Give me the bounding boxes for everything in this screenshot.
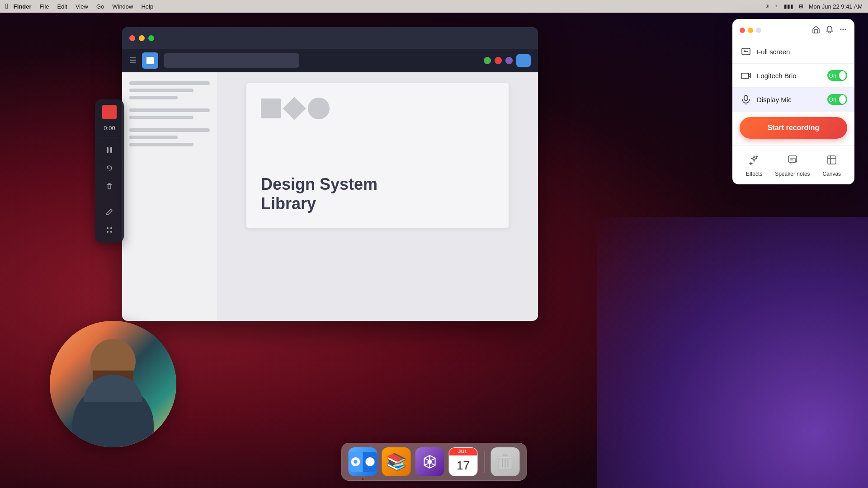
svg-rect-26	[744, 95, 748, 101]
panel-action-canvas[interactable]: Canvas	[822, 152, 841, 177]
menubar-app-name[interactable]: Finder	[14, 3, 32, 10]
toolbar-dot-purple	[505, 57, 513, 64]
recording-timer: 0:00	[104, 125, 115, 131]
calendar-month-label: JUL	[449, 448, 477, 455]
shape-circle	[308, 98, 330, 119]
dock-icon-calendar[interactable]: JUL 17	[449, 447, 478, 476]
svg-point-21	[845, 29, 846, 30]
svg-rect-32	[828, 156, 836, 164]
sidebar-group-3	[129, 128, 210, 146]
svg-point-6	[428, 460, 432, 464]
mic-toggle[interactable]: On	[827, 94, 847, 105]
sidebar-line	[129, 108, 210, 112]
menubar-right: ✳ ≈ ▮▮▮ ⊞ Mon Jun 22 9:41 AM	[765, 3, 863, 10]
panel-header-actions	[812, 25, 847, 35]
menubar-help[interactable]: Help	[141, 3, 153, 10]
undo-button[interactable]	[102, 161, 117, 175]
svg-point-5	[110, 231, 112, 233]
speaker-notes-label: Speaker notes	[775, 171, 810, 177]
svg-line-9	[425, 458, 428, 460]
pen-button[interactable]	[102, 205, 117, 219]
menubar-file[interactable]: File	[40, 3, 49, 10]
floating-toolbar: 0:00	[95, 99, 124, 243]
home-icon[interactable]	[812, 25, 820, 35]
menubar-window[interactable]: Window	[112, 3, 133, 10]
dock: 📚 JUL 17	[341, 443, 527, 481]
close-button[interactable]	[129, 35, 135, 41]
panel-action-speaker-notes[interactable]: Speaker notes	[775, 152, 810, 177]
recording-panel: Full screen Logitech Brio On Display Mic	[732, 19, 854, 184]
dock-icon-finder[interactable]	[349, 447, 377, 476]
full-screen-icon	[740, 45, 752, 58]
toolbar-dot-green	[484, 57, 491, 64]
sidebar-line	[129, 89, 193, 92]
svg-rect-0	[107, 147, 108, 153]
canvas-icon	[824, 152, 840, 168]
panel-minimize-button[interactable]	[748, 28, 753, 33]
brightness-icon: ✳	[765, 3, 770, 9]
slide-shapes	[261, 98, 330, 119]
panel-mic-item[interactable]: Display Mic On	[732, 88, 854, 112]
shape-diamond	[283, 97, 306, 120]
svg-line-12	[425, 464, 428, 465]
svg-point-2	[107, 227, 108, 229]
effects-button[interactable]	[102, 223, 117, 237]
sidebar-line	[129, 96, 178, 99]
more-options-icon[interactable]	[839, 25, 847, 35]
toolbar-divider	[100, 137, 118, 137]
svg-point-4	[107, 231, 108, 233]
slide-title-line1: Design System	[261, 175, 377, 193]
sidebar-group-1	[129, 81, 210, 99]
hamburger-menu-icon[interactable]: ☰	[129, 56, 137, 66]
sidebar-line	[129, 116, 193, 119]
menubar-go[interactable]: Go	[96, 3, 104, 10]
toolbar-search-bar[interactable]	[164, 53, 299, 68]
panel-close-button[interactable]	[740, 28, 745, 33]
effects-label: Effects	[746, 171, 762, 177]
sidebar-line	[129, 128, 210, 132]
window-sidebar	[122, 72, 217, 321]
camera-label: Logitech Brio	[757, 72, 827, 80]
full-screen-label: Full screen	[757, 48, 847, 56]
panel-camera-item[interactable]: Logitech Brio On	[732, 64, 854, 88]
camera-toggle-knob	[839, 71, 846, 80]
sidebar-line	[129, 136, 178, 139]
svg-point-20	[843, 29, 844, 30]
dock-active-indicator	[362, 478, 364, 480]
slide-title-line2: Library	[261, 194, 316, 213]
delete-button[interactable]	[102, 179, 117, 193]
pause-button[interactable]	[102, 143, 117, 157]
dock-icon-perplexity[interactable]	[415, 447, 444, 476]
panel-action-effects[interactable]: Effects	[746, 152, 762, 177]
menubar-view[interactable]: View	[75, 3, 88, 10]
stop-recording-button[interactable]	[102, 105, 117, 119]
slide-title: Design System Library	[261, 174, 377, 213]
menubar-edit[interactable]: Edit	[57, 3, 67, 10]
mic-toggle-label: On	[829, 96, 836, 103]
apple-menu-icon[interactable]: 	[5, 2, 8, 10]
bell-icon[interactable]	[826, 25, 834, 35]
sidebar-line	[129, 81, 210, 85]
shape-square	[261, 99, 281, 118]
sidebar-group-2	[129, 108, 210, 119]
dock-icon-trash[interactable]	[491, 447, 520, 476]
controlcenter-icon[interactable]: ⊞	[799, 3, 803, 9]
start-recording-button[interactable]: Start recording	[740, 117, 847, 139]
dock-icon-books[interactable]: 📚	[382, 447, 411, 476]
window-titlebar	[122, 27, 538, 49]
panel-zoom-button[interactable]	[756, 28, 761, 33]
camera-toggle[interactable]: On	[827, 70, 847, 81]
wifi-icon: ≈	[775, 3, 778, 9]
camera-toggle-label: On	[829, 72, 836, 79]
toolbar-action-button[interactable]	[516, 54, 531, 67]
canvas-label: Canvas	[822, 171, 841, 177]
start-recording-label: Start recording	[768, 124, 820, 132]
toolbar-tab-active[interactable]	[142, 52, 158, 69]
svg-rect-15	[497, 456, 514, 458]
minimize-button[interactable]	[139, 35, 145, 41]
window-main: Design System Library	[217, 72, 538, 321]
svg-point-19	[840, 29, 842, 30]
maximize-button[interactable]	[148, 35, 154, 41]
panel-full-screen-item[interactable]: Full screen	[732, 40, 854, 64]
slide-preview: Design System Library	[246, 83, 509, 228]
